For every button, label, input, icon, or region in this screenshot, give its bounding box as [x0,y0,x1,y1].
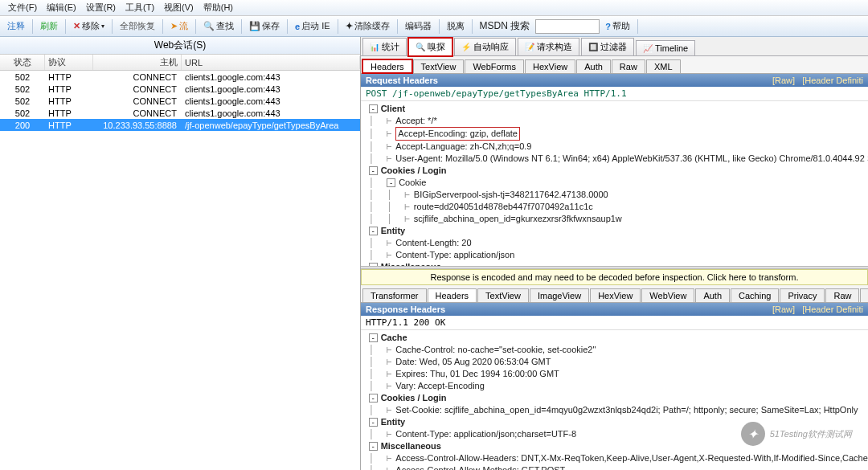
top-tab[interactable]: 📊统计 [362,38,407,55]
menu-item[interactable]: 设置(R) [81,0,121,15]
inspector-tab[interactable]: Auth [576,59,611,73]
menu-item[interactable]: 文件(F) [3,0,42,15]
tree-node[interactable]: │ -Cookie [364,177,865,189]
toolbar-button[interactable]: ✕移除▾ [69,18,108,35]
inspector-tab[interactable]: Privacy [780,288,825,302]
inspector-tab[interactable]: XML [646,59,681,73]
inspector-tab[interactable]: XML [860,288,868,302]
toolbar-button[interactable]: 编码器 [401,18,436,35]
expand-icon[interactable]: - [369,227,378,235]
tree-node[interactable]: │ ⊢ Set-Cookie: scjflife_abchina_open_id… [364,404,865,416]
menu-item[interactable]: 编辑(E) [42,0,81,15]
cell-status: 502 [0,84,45,94]
resp-header-definitions-link[interactable]: [Header Definiti [802,304,863,314]
decode-bar[interactable]: Response is encoded and may need to be d… [361,269,868,285]
toolbar-button[interactable]: 💾保存 [245,18,284,35]
col-protocol[interactable]: 协议 [45,55,93,70]
tree-node[interactable]: │ ⊢ Date: Wed, 05 Aug 2020 06:53:04 GMT [364,356,865,368]
toolbar-button[interactable]: 全部恢复 [116,18,159,35]
tree-node[interactable]: │ ⊢ Access-Control-Allow-Headers: DNT,X-… [364,452,865,464]
tree-node[interactable]: │ ⊢ Content-Type: application/json [364,249,865,261]
col-host[interactable]: 主机 [93,55,182,70]
header-definitions-link[interactable]: [Header Definiti [802,76,863,85]
sessions-list[interactable]: 502HTTPCONNECTclients1.google.com:443502… [0,71,360,131]
cell-proto: HTTP [45,96,93,106]
tree-node[interactable]: -Entity [364,225,865,237]
expand-icon[interactable]: - [369,333,378,342]
cell-proto: HTTP [45,108,93,118]
top-tab[interactable]: 🔍嗅探 [408,38,452,56]
inspector-tab[interactable]: Auth [695,288,730,302]
col-status[interactable]: 状态 [0,55,45,70]
inspector-tab[interactable]: Headers [362,59,412,73]
menu-item[interactable]: 视图(V) [159,0,199,15]
top-tab[interactable]: 📈Timeline [636,40,695,55]
tree-node[interactable]: -Miscellaneous [364,440,865,452]
inspector-tab[interactable]: HexView [525,59,575,73]
toolbar-button[interactable]: 刷新 [36,18,62,35]
toolbar-button[interactable]: e启动 IE [291,18,334,35]
tree-node[interactable]: -Client [364,103,865,115]
tree-node[interactable]: -Cache [364,332,865,344]
inspector-tab[interactable]: HexView [590,288,641,302]
inspector-tab[interactable]: WebView [641,288,694,302]
toolbar-button[interactable]: 注释 [3,18,29,35]
expand-icon[interactable]: - [387,178,395,187]
inspector-tab[interactable]: TextView [413,59,465,73]
resp-raw-link[interactable]: [Raw] [772,304,795,314]
inspector-tab[interactable]: WebForms [465,59,524,73]
top-tab[interactable]: 🔲过滤器 [581,38,634,55]
top-tab[interactable]: ⚡自动响应 [454,38,516,55]
tree-node[interactable]: │ │ ⊢ BIGipServerpool-sjsh-tj=3482117642… [364,189,865,201]
tree-node[interactable]: │ ⊢ Content-Type: application/json;chars… [364,428,865,440]
tree-node[interactable]: -Entity [364,416,865,428]
sessions-header: 状态 协议 主机 URL [0,55,360,71]
inspector-tab[interactable]: Transformer [362,288,427,302]
menu-item[interactable]: 帮助(H) [199,0,238,15]
expand-icon[interactable]: - [369,394,378,403]
col-url[interactable]: URL [182,56,360,69]
msdn-search-input[interactable] [535,19,600,34]
expand-icon[interactable]: - [369,166,378,175]
tree-node[interactable]: │ │ ⊢ scjflife_abchina_open_id=gkurxezxr… [364,213,865,225]
inspector-tab[interactable]: Raw [612,59,645,73]
tree-node[interactable]: │ │ ⊢ route=dd204051d4878eb447f7070492a1… [364,201,865,213]
request-tree[interactable]: -Client │ ⊢ Accept: */* │ ⊢ Accept-Encod… [361,101,868,266]
expand-icon[interactable]: - [369,442,378,451]
tab-label: Timeline [655,43,688,53]
expand-icon[interactable]: - [369,104,378,113]
tree-group-label: Cookies / Login [381,392,447,404]
tree-node[interactable]: -Cookies / Login [364,392,865,404]
toolbar-button[interactable]: 🔍查找 [199,18,238,35]
session-row[interactable]: 502HTTPCONNECTclients1.google.com:443 [0,107,360,119]
tree-node[interactable]: │ ⊢ User-Agent: Mozilla/5.0 (Windows NT … [364,153,865,165]
tree-node[interactable]: │ ⊢ Content-Length: 20 [364,237,865,249]
tree-node[interactable]: │ ⊢ Accept-Language: zh-CN,zh;q=0.9 [364,141,865,153]
tree-node[interactable]: │ ⊢ Cache-Control: no-cache="set-cookie,… [364,344,865,356]
top-tab[interactable]: 📝请求构造 [518,38,579,55]
inspector-tab[interactable]: ImageView [530,288,589,302]
inspector-tab[interactable]: Headers [428,288,477,302]
inspector-tab[interactable]: TextView [477,288,529,302]
inspector-tab[interactable]: Raw [825,288,859,302]
toolbar-button[interactable]: ?帮助 [601,18,634,35]
response-tree[interactable]: -Cache │ ⊢ Cache-Control: no-cache="set-… [361,330,868,470]
toolbar-button[interactable]: 脱离 [443,18,469,35]
expand-icon[interactable]: - [369,418,378,427]
tree-node[interactable]: │ ⊢ Vary: Accept-Encoding [364,380,865,392]
tree-node[interactable]: │ ⊢ Access-Control-Allow-Methods: GET,PO… [364,464,865,470]
session-row[interactable]: 200HTTP10.233.93.55:8888/jf-openweb/epay… [0,119,360,131]
menu-item[interactable]: 工具(T) [121,0,159,15]
toolbar-button[interactable]: ✦清除缓存 [342,18,394,35]
inspector-tab[interactable]: Caching [731,288,779,302]
tree-item-text: route=dd204051d4878eb447f7070492a11c1c [414,201,593,213]
tree-node[interactable]: │ ⊢ Accept-Encoding: gzip, deflate [364,127,865,141]
session-row[interactable]: 502HTTPCONNECTclients1.google.com:443 [0,71,360,83]
tree-node[interactable]: -Cookies / Login [364,165,865,177]
session-row[interactable]: 502HTTPCONNECTclients1.google.com:443 [0,95,360,107]
session-row[interactable]: 502HTTPCONNECTclients1.google.com:443 [0,83,360,95]
tree-node[interactable]: │ ⊢ Accept: */* [364,115,865,127]
toolbar-button[interactable]: ➤流 [166,18,192,35]
raw-link[interactable]: [Raw] [772,76,795,85]
tree-node[interactable]: │ ⊢ Expires: Thu, 01 Dec 1994 16:00:00 G… [364,368,865,380]
